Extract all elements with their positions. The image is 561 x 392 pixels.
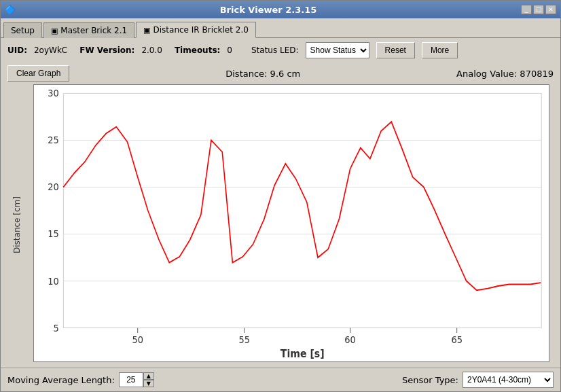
distance-display: Distance: 9.6 cm	[69, 69, 456, 79]
info-bar: UID: 2oyWkC FW Version: 2.0.0 Timeouts: …	[1, 38, 560, 63]
clear-graph-button[interactable]: Clear Graph	[7, 65, 69, 82]
tab-distance-ir[interactable]: ▣ Distance IR Bricklet 2.0	[136, 22, 256, 38]
sensor-type-select[interactable]: 2Y0A41 (4-30cm) 2Y0A21 (10-80cm) 2Y0A02 …	[463, 372, 554, 388]
svg-text:Time [s]: Time [s]	[280, 347, 325, 360]
tab-distance-ir-icon: ▣	[143, 26, 150, 35]
moving-avg-spinner-buttons: ▲ ▼	[143, 372, 154, 387]
minimize-button[interactable]: _	[521, 5, 532, 14]
analog-value-display: Analog Value: 870819	[456, 69, 554, 79]
moving-avg-down-button[interactable]: ▼	[143, 380, 154, 387]
svg-text:65: 65	[451, 334, 463, 345]
title-bar-buttons: _ □ ✕	[521, 5, 556, 14]
fw-value: 2.0.0	[141, 46, 162, 55]
svg-text:55: 55	[238, 334, 250, 345]
uid-value: 2oyWkC	[34, 46, 67, 55]
y-axis-container: Distance [cm]	[6, 84, 28, 365]
svg-rect-0	[63, 93, 541, 327]
svg-text:20: 20	[48, 181, 59, 193]
svg-text:15: 15	[48, 228, 59, 240]
moving-avg-input[interactable]	[119, 372, 143, 387]
svg-text:5: 5	[54, 322, 59, 334]
uid-label: UID:	[7, 46, 27, 55]
timeouts-label: Timeouts:	[175, 46, 220, 55]
tab-master-brick-label: Master Brick 2.1	[60, 26, 127, 35]
more-button[interactable]: More	[422, 42, 458, 58]
moving-avg-label: Moving Average Length:	[7, 375, 115, 385]
graph-panel: Distance [cm] 30 25 20	[6, 84, 555, 365]
maximize-button[interactable]: □	[533, 5, 544, 14]
moving-avg-spinner: ▲ ▼	[119, 372, 154, 387]
graph-header: Clear Graph Distance: 9.6 cm Analog Valu…	[1, 63, 560, 84]
status-led-select[interactable]: Show Status Off On Heartbeat	[306, 42, 369, 58]
y-axis-label: Distance [cm]	[12, 196, 22, 253]
graph-container: 30 25 20 15 10 5	[33, 84, 549, 362]
main-window: 🔷 Brick Viewer 2.3.15 _ □ ✕ Setup ▣ Mast…	[0, 0, 561, 392]
svg-text:50: 50	[132, 334, 143, 345]
svg-text:30: 30	[48, 87, 59, 99]
tab-master-brick[interactable]: ▣ Master Brick 2.1	[43, 22, 134, 38]
bottom-bar: Moving Average Length: ▲ ▼ Sensor Type: …	[1, 368, 560, 391]
title-bar-left: 🔷	[5, 5, 16, 15]
svg-text:60: 60	[344, 334, 356, 345]
svg-text:25: 25	[48, 135, 59, 146]
moving-avg-up-button[interactable]: ▲	[143, 372, 154, 380]
sensor-type-label: Sensor Type:	[402, 375, 458, 385]
tab-distance-ir-label: Distance IR Bricklet 2.0	[153, 25, 249, 35]
fw-label: FW Version:	[79, 46, 134, 55]
window-title: Brick Viewer 2.3.15	[16, 5, 521, 15]
timeouts-value: 0	[227, 46, 232, 55]
tab-master-brick-icon: ▣	[51, 26, 58, 35]
bottom-right: Sensor Type: 2Y0A41 (4-30cm) 2Y0A21 (10-…	[402, 372, 554, 388]
svg-text:10: 10	[48, 275, 59, 287]
close-button[interactable]: ✕	[545, 5, 556, 14]
tab-bar: Setup ▣ Master Brick 2.1 ▣ Distance IR B…	[1, 18, 560, 38]
graph-svg: 30 25 20 15 10 5	[34, 85, 549, 361]
tab-setup[interactable]: Setup	[3, 22, 42, 38]
content-area: UID: 2oyWkC FW Version: 2.0.0 Timeouts: …	[1, 38, 560, 391]
app-icon: 🔷	[5, 5, 16, 15]
bottom-left: Moving Average Length: ▲ ▼	[7, 372, 154, 387]
reset-button[interactable]: Reset	[376, 42, 415, 58]
tab-setup-label: Setup	[11, 26, 35, 35]
status-led-label: Status LED:	[251, 46, 299, 55]
title-bar: 🔷 Brick Viewer 2.3.15 _ □ ✕	[1, 1, 560, 18]
